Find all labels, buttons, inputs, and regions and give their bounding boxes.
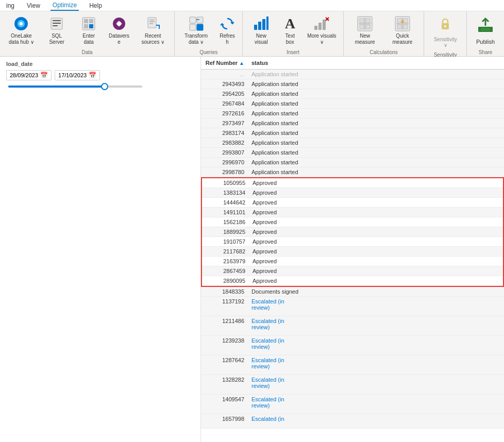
quick-measure-button[interactable]: Quick measure [384,13,421,47]
refresh-label: Refresh [219,33,236,45]
transform-data-button[interactable]: Transform data ∨ [178,13,214,47]
sql-button[interactable]: SQL Server [41,13,73,47]
cell-ref: ... [201,70,247,79]
slider-thumb[interactable] [101,83,108,90]
recent-sources-icon [145,15,161,32]
sensitivity-button[interactable]: Sensitivity ∨ [427,13,463,51]
slider-track [8,86,142,88]
cell-status: Escalated (inreview) [247,336,504,355]
date-to-input[interactable]: 17/10/2023 📅 [55,70,100,80]
new-visual-button[interactable]: New visual [246,13,276,47]
menu-view[interactable]: View [25,1,42,10]
enter-data-label: Enter data [77,33,100,45]
new-visual-icon [253,15,270,32]
table-row: 1137192 Escalated (inreview) [201,297,504,316]
table-row: 1287642 Escalated (inreview) [201,355,504,375]
new-visual-label: New visual [249,33,273,45]
table-row: 2983174 Application started [201,128,504,138]
table-row: 1910757 Approved [202,237,503,247]
svg-rect-6 [53,25,58,26]
svg-rect-20 [190,24,196,30]
publish-button[interactable]: Publish [470,13,501,48]
dataverse-icon [111,15,127,32]
table-row: 1657998 Escalated (in [201,414,504,429]
svg-rect-16 [149,22,155,23]
cell-status: Escalated (inreview) [247,395,504,414]
cell-ref: 2983174 [201,128,247,138]
cell-ref: 1050955 [202,178,248,188]
more-visuals-label: More visuals ∨ [307,33,337,45]
cell-status: Escalated (inreview) [247,355,504,375]
menu-bar: ing View Optimize Help [0,0,504,11]
table-row: 2967484 Application started [201,99,504,109]
cell-ref: 1491101 [202,208,248,217]
transform-label: Transform data ∨ [181,33,211,45]
table-row: 1848335 Documents signed [201,287,504,297]
refresh-icon [219,15,236,32]
svg-rect-36 [366,25,370,29]
menu-help[interactable]: Help [87,1,104,10]
svg-rect-11 [89,24,93,28]
dataverse-button[interactable]: Dataverse [105,13,134,47]
left-panel: load_date 28/09/2023 📅 17/10/2023 📅 [0,57,201,442]
date-to-value: 17/10/2023 [58,72,87,78]
cell-ref: 1889925 [202,227,248,236]
svg-point-2 [20,22,23,25]
onelake-label: OneLake data hub ∨ [6,33,37,45]
enter-data-button[interactable]: Enter data [74,13,104,47]
more-visuals-button[interactable]: More visuals ∨ [304,13,340,47]
ribbon-group-share: Publish Share [467,11,504,56]
cell-status: Application started [247,148,504,157]
cell-ref: 2163979 [202,257,248,266]
onelake-button[interactable]: OneLake data hub ∨ [3,13,40,47]
table-row: 2867459 Approved [202,266,503,276]
date-from-input[interactable]: 28/09/2023 📅 [6,70,52,80]
insert-group-label: Insert [287,48,299,55]
cell-status: Escalated (in [247,414,504,428]
svg-rect-21 [197,24,203,30]
cell-ref: 1910757 [202,237,248,246]
new-measure-label: New measure [350,33,380,45]
recent-sources-button[interactable]: Recent sources ∨ [135,13,171,47]
right-panel: Ref Number ▲ status ... Application star… [201,57,504,442]
slider-fill [8,86,105,88]
table-row: 1239238 Escalated (inreview) [201,336,504,355]
calendar-to-icon[interactable]: 📅 [89,72,96,79]
refresh-button[interactable]: Refresh [215,13,239,47]
text-box-button[interactable]: A Text box [278,13,303,47]
svg-rect-15 [149,20,155,21]
table-row: 2954205 Application started [201,89,504,99]
cell-ref: 2996970 [201,158,247,167]
cell-status: Escalated (inreview) [247,316,504,335]
cell-ref: 1328282 [201,375,247,394]
cell-status: Application started [247,89,504,98]
cell-ref: 2117682 [202,247,248,256]
table-row: 1383134 Approved [202,188,503,198]
svg-rect-26 [266,16,268,30]
svg-rect-8 [84,19,88,23]
table-row: 2890095 Approved [202,276,503,286]
new-measure-button[interactable]: New measure [347,13,383,47]
cell-ref: 2967484 [201,99,247,108]
table-row: 1562186 Approved [202,217,503,227]
calendar-from-icon[interactable]: 📅 [40,72,48,79]
table-row: 2163979 Approved [202,257,503,266]
cell-status: Application started [247,99,504,108]
quick-measure-icon [394,15,411,32]
menu-ing[interactable]: ing [4,1,16,10]
cell-status: Escalated (inreview) [247,297,504,316]
text-box-label: Text box [281,33,299,45]
menu-optimize[interactable]: Optimize [51,1,79,11]
cell-ref: 1444642 [202,198,248,207]
svg-rect-42 [397,25,401,29]
sensitivity-icon [438,16,453,35]
cell-ref: 2890095 [202,276,248,285]
sort-icon[interactable]: ▲ [239,60,244,66]
cell-status: Application started [247,79,504,89]
table-row: 2983882 Application started [201,138,504,148]
cell-ref: 1137192 [201,297,247,316]
date-slider[interactable] [6,86,194,88]
cell-status: Approved [248,217,503,227]
ribbon: OneLake data hub ∨ SQL Server [0,11,504,57]
svg-rect-33 [360,19,364,23]
